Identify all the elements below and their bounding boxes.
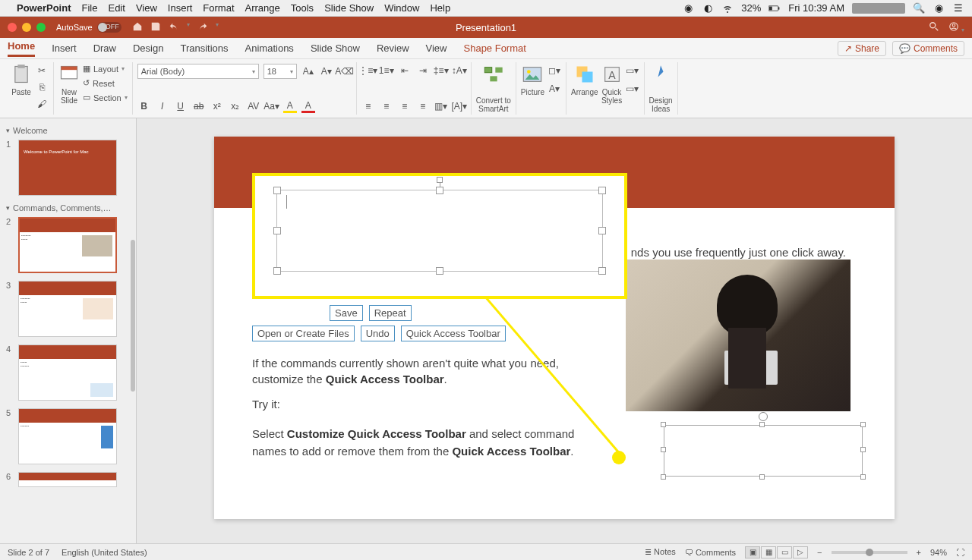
tab-home[interactable]: Home — [8, 40, 35, 57]
tab-slideshow[interactable]: Slide Show — [311, 42, 360, 54]
columns-icon[interactable]: ▥▾ — [434, 99, 448, 113]
menu-tools[interactable]: Tools — [291, 2, 314, 14]
thumbnail-1[interactable]: Welcome to PowerPoint for Mac — [18, 140, 117, 196]
menu-window[interactable]: Window — [384, 2, 419, 14]
notes-button[interactable]: ≣ Notes — [645, 547, 676, 557]
undo-dropdown[interactable]: ▾ — [187, 21, 190, 34]
italic-button[interactable]: I — [156, 99, 169, 113]
undo-icon[interactable] — [169, 21, 179, 34]
minimize-button[interactable] — [22, 23, 31, 32]
maximize-button[interactable] — [36, 23, 46, 32]
menu-file[interactable]: File — [82, 2, 98, 14]
highlight-icon[interactable]: A — [283, 99, 297, 113]
grow-font-icon[interactable]: A▴ — [301, 64, 315, 78]
slideshow-view-icon[interactable]: ▷ — [793, 546, 808, 558]
subscript-button[interactable]: x₂ — [229, 99, 242, 113]
tab-design[interactable]: Design — [133, 42, 163, 54]
menu-arrange[interactable]: Arrange — [245, 2, 280, 14]
tab-transitions[interactable]: Transitions — [180, 42, 228, 54]
format-painter-icon[interactable]: 🖌 — [35, 97, 49, 111]
search-icon[interactable] — [929, 21, 939, 34]
redo-icon[interactable] — [197, 21, 208, 34]
font-size-selector[interactable]: 18▾ — [264, 64, 297, 79]
picture-button[interactable]: Picture — [521, 64, 544, 96]
sorter-view-icon[interactable]: ▦ — [761, 546, 776, 558]
font-color-icon[interactable]: A — [301, 99, 315, 113]
bold-button[interactable]: B — [137, 99, 151, 113]
home-icon[interactable] — [132, 21, 143, 34]
zoom-out-button[interactable]: − — [817, 548, 822, 557]
autosave-toggle[interactable]: AutoSave OFF — [56, 22, 122, 33]
menu-format[interactable]: Format — [203, 2, 234, 14]
smartart-button[interactable] — [483, 64, 504, 87]
zoom-pct[interactable]: 94% — [930, 548, 947, 557]
cut-icon[interactable]: ✂ — [35, 64, 49, 77]
app-name[interactable]: PowerPoint — [17, 2, 71, 14]
siri-icon[interactable]: ◉ — [933, 2, 945, 14]
spotlight-icon[interactable]: 🔍 — [913, 2, 925, 14]
superscript-button[interactable]: x² — [210, 99, 224, 113]
numbering-icon[interactable]: 1≡▾ — [380, 64, 393, 77]
shape-fill-icon[interactable]: ▭▾ — [626, 64, 639, 77]
language[interactable]: English (United States) — [62, 548, 147, 557]
thumbnail-2[interactable]: ▪▪▪▪▪▪▪▪▪▪▪▪▪▪▪ — [18, 217, 117, 273]
align-left-icon[interactable]: ≡ — [361, 99, 375, 113]
clock[interactable]: Fri 10:39 AM — [788, 2, 844, 14]
thumbnail-scrollbar[interactable] — [131, 240, 135, 392]
reset-button[interactable]: ↺ Reset — [83, 78, 115, 88]
selected-textbox[interactable] — [664, 425, 863, 477]
layout-button[interactable]: ▦ Layout ▾ — [83, 64, 125, 74]
account-icon[interactable]: ▾ — [948, 21, 964, 34]
tab-animations[interactable]: Animations — [245, 42, 294, 54]
copy-icon[interactable]: ⎘ — [35, 80, 49, 94]
close-button[interactable] — [8, 23, 17, 32]
textbox-icon[interactable]: A▾ — [548, 82, 561, 96]
reading-view-icon[interactable]: ▭ — [777, 546, 792, 558]
thumbnail-6[interactable] — [18, 472, 117, 487]
section-button[interactable]: ▭ Section ▾ — [83, 93, 128, 102]
align-right-icon[interactable]: ≡ — [398, 99, 412, 113]
inc-indent-icon[interactable]: ⇥ — [416, 64, 430, 77]
menu-help[interactable]: Help — [430, 2, 450, 14]
zoom-in-button[interactable]: + — [917, 548, 921, 557]
thumbnail-5[interactable]: ▪▪▪▪▪▪▪▪ — [18, 408, 117, 464]
section-welcome[interactable]: Welcome — [6, 126, 130, 135]
normal-view-icon[interactable]: ▣ — [745, 546, 760, 558]
design-ideas-button[interactable] — [650, 64, 671, 87]
font-selector[interactable]: Arial (Body)▾ — [137, 64, 259, 79]
battery-icon[interactable] — [768, 5, 781, 11]
new-slide-button[interactable]: New Slide — [58, 64, 80, 105]
underline-button[interactable]: U — [174, 99, 188, 113]
shape-outline-icon[interactable]: ▭▾ — [626, 82, 639, 96]
section-commands[interactable]: Commands, Comments,… — [6, 203, 130, 212]
justify-icon[interactable]: ≡ — [416, 99, 430, 113]
dnd-icon[interactable]: ◐ — [702, 2, 714, 14]
strike-button[interactable]: ab — [192, 99, 206, 113]
wifi-icon[interactable] — [721, 2, 734, 14]
change-case-icon[interactable]: Aa▾ — [265, 99, 279, 113]
share-button[interactable]: ↗ Share — [838, 41, 886, 56]
menu-insert[interactable]: Insert — [168, 2, 193, 14]
callout-textbox[interactable] — [276, 190, 603, 272]
fit-window-icon[interactable]: ⛶ — [956, 548, 964, 557]
tab-review[interactable]: Review — [377, 42, 409, 54]
align-center-icon[interactable]: ≡ — [380, 99, 393, 113]
rotate-handle-icon[interactable] — [759, 412, 768, 421]
rotate-handle-icon[interactable] — [437, 177, 443, 183]
thumbnail-3[interactable]: ▪▪▪▪▪▪▪▪▪▪▪▪▪▪▪ — [18, 281, 117, 337]
tab-view[interactable]: View — [426, 42, 447, 54]
text-direction-icon[interactable]: ↕A▾ — [453, 64, 466, 77]
qat-customize[interactable]: ▾ — [216, 21, 219, 34]
quick-styles-button[interactable]: A Quick Styles — [601, 64, 623, 105]
arrange-button[interactable]: Arrange — [571, 64, 598, 96]
tab-shape-format[interactable]: Shape Format — [464, 42, 526, 54]
menu-icon[interactable]: ☰ — [952, 2, 964, 14]
line-spacing-icon[interactable]: ‡≡▾ — [434, 64, 448, 77]
bullets-icon[interactable]: ⋮≡▾ — [361, 64, 375, 77]
menu-slideshow[interactable]: Slide Show — [324, 2, 374, 14]
tab-draw[interactable]: Draw — [93, 42, 116, 54]
zoom-slider[interactable] — [832, 551, 907, 554]
thumbnail-4[interactable]: ▪▪▪▪▪▪▪▪▪▪▪▪▪▪ — [18, 344, 117, 401]
shrink-font-icon[interactable]: A▾ — [320, 64, 333, 78]
save-icon[interactable] — [150, 21, 161, 34]
